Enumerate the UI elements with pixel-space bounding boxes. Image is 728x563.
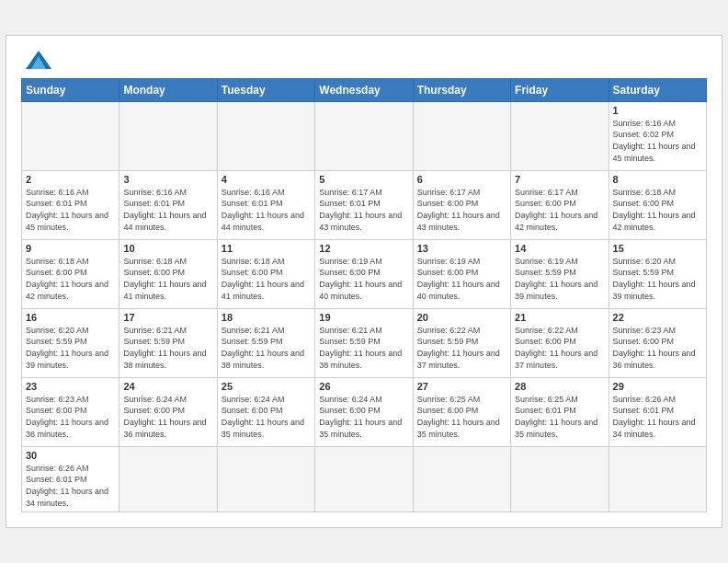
calendar-week-row: 9Sunrise: 6:18 AM Sunset: 6:00 PM Daylig… [22,239,707,308]
day-number: 25 [222,381,311,392]
day-number: 12 [319,243,408,254]
calendar-cell [315,101,413,170]
day-info: Sunrise: 6:16 AM Sunset: 6:01 PM Dayligh… [222,187,311,233]
day-number: 4 [222,174,311,185]
calendar-cell [413,101,510,170]
day-number: 21 [515,312,604,323]
day-number: 28 [515,381,604,392]
calendar-cell: 27Sunrise: 6:25 AM Sunset: 6:00 PM Dayli… [413,377,510,446]
day-number: 15 [613,243,702,254]
day-info: Sunrise: 6:26 AM Sunset: 6:01 PM Dayligh… [26,463,115,509]
day-number: 27 [417,381,506,392]
day-number: 10 [123,243,212,254]
calendar-cell: 3Sunrise: 6:16 AM Sunset: 6:01 PM Daylig… [119,170,217,239]
day-number: 2 [26,174,115,185]
calendar-cell: 20Sunrise: 6:22 AM Sunset: 5:59 PM Dayli… [413,308,510,377]
calendar-cell: 2Sunrise: 6:16 AM Sunset: 6:01 PM Daylig… [22,170,119,239]
day-info: Sunrise: 6:17 AM Sunset: 6:00 PM Dayligh… [515,187,604,233]
calendar-cell: 29Sunrise: 6:26 AM Sunset: 6:01 PM Dayli… [609,377,706,446]
calendar-table: SundayMondayTuesdayWednesdayThursdayFrid… [21,78,707,512]
calendar-header-row: SundayMondayTuesdayWednesdayThursdayFrid… [22,78,707,101]
day-info: Sunrise: 6:20 AM Sunset: 5:59 PM Dayligh… [613,256,702,302]
day-number: 20 [417,312,506,323]
day-info: Sunrise: 6:24 AM Sunset: 6:00 PM Dayligh… [123,394,212,440]
day-number: 16 [26,312,115,323]
calendar-cell: 30Sunrise: 6:26 AM Sunset: 6:01 PM Dayli… [22,446,119,511]
day-number: 29 [613,381,702,392]
calendar-week-row: 16Sunrise: 6:20 AM Sunset: 5:59 PM Dayli… [22,308,707,377]
calendar-cell: 15Sunrise: 6:20 AM Sunset: 5:59 PM Dayli… [609,239,706,308]
header [21,51,707,69]
calendar-cell: 23Sunrise: 6:23 AM Sunset: 6:00 PM Dayli… [22,377,119,446]
day-info: Sunrise: 6:21 AM Sunset: 5:59 PM Dayligh… [319,325,408,371]
day-info: Sunrise: 6:24 AM Sunset: 6:00 PM Dayligh… [222,394,311,440]
day-info: Sunrise: 6:18 AM Sunset: 6:00 PM Dayligh… [123,256,212,302]
day-info: Sunrise: 6:23 AM Sunset: 6:00 PM Dayligh… [613,325,702,371]
day-info: Sunrise: 6:18 AM Sunset: 6:00 PM Dayligh… [613,187,702,233]
calendar-week-row: 23Sunrise: 6:23 AM Sunset: 6:00 PM Dayli… [22,377,707,446]
day-number: 1 [613,105,702,116]
day-info: Sunrise: 6:26 AM Sunset: 6:01 PM Dayligh… [613,394,702,440]
calendar-cell: 25Sunrise: 6:24 AM Sunset: 6:00 PM Dayli… [217,377,314,446]
day-number: 11 [222,243,311,254]
day-info: Sunrise: 6:16 AM Sunset: 6:01 PM Dayligh… [26,187,115,233]
calendar-cell [217,101,314,170]
day-number: 8 [613,174,702,185]
day-number: 13 [417,243,506,254]
calendar-cell: 13Sunrise: 6:19 AM Sunset: 6:00 PM Dayli… [413,239,510,308]
calendar-day-header: Thursday [413,78,510,101]
day-number: 30 [26,450,115,461]
calendar-cell [511,101,609,170]
day-number: 14 [515,243,604,254]
calendar-cell: 22Sunrise: 6:23 AM Sunset: 6:00 PM Dayli… [609,308,706,377]
day-info: Sunrise: 6:24 AM Sunset: 6:00 PM Dayligh… [319,394,408,440]
calendar-day-header: Monday [119,78,217,101]
day-info: Sunrise: 6:19 AM Sunset: 5:59 PM Dayligh… [515,256,604,302]
calendar-cell: 1Sunrise: 6:16 AM Sunset: 6:02 PM Daylig… [609,101,706,170]
calendar-day-header: Wednesday [315,78,413,101]
calendar-week-row: 2Sunrise: 6:16 AM Sunset: 6:01 PM Daylig… [22,170,707,239]
day-number: 5 [319,174,408,185]
day-info: Sunrise: 6:16 AM Sunset: 6:02 PM Dayligh… [613,118,702,164]
calendar-cell: 9Sunrise: 6:18 AM Sunset: 6:00 PM Daylig… [22,239,119,308]
calendar-cell: 28Sunrise: 6:25 AM Sunset: 6:01 PM Dayli… [511,377,609,446]
page: SundayMondayTuesdayWednesdayThursdayFrid… [6,35,722,528]
day-info: Sunrise: 6:17 AM Sunset: 6:00 PM Dayligh… [417,187,506,233]
calendar-cell: 17Sunrise: 6:21 AM Sunset: 5:59 PM Dayli… [119,308,217,377]
day-info: Sunrise: 6:21 AM Sunset: 5:59 PM Dayligh… [123,325,212,371]
calendar-cell: 11Sunrise: 6:18 AM Sunset: 6:00 PM Dayli… [217,239,314,308]
day-number: 17 [123,312,212,323]
calendar-day-header: Friday [511,78,609,101]
calendar-day-header: Tuesday [217,78,314,101]
day-number: 3 [123,174,212,185]
calendar-cell: 14Sunrise: 6:19 AM Sunset: 5:59 PM Dayli… [511,239,609,308]
day-info: Sunrise: 6:20 AM Sunset: 5:59 PM Dayligh… [26,325,115,371]
calendar-cell: 24Sunrise: 6:24 AM Sunset: 6:00 PM Dayli… [119,377,217,446]
calendar-cell [22,101,119,170]
calendar-cell [413,446,510,511]
calendar-cell: 21Sunrise: 6:22 AM Sunset: 6:00 PM Dayli… [511,308,609,377]
logo [21,51,53,69]
calendar-cell: 7Sunrise: 6:17 AM Sunset: 6:00 PM Daylig… [511,170,609,239]
day-info: Sunrise: 6:25 AM Sunset: 6:01 PM Dayligh… [515,394,604,440]
day-info: Sunrise: 6:17 AM Sunset: 6:01 PM Dayligh… [319,187,408,233]
calendar-cell: 4Sunrise: 6:16 AM Sunset: 6:01 PM Daylig… [217,170,314,239]
day-info: Sunrise: 6:23 AM Sunset: 6:00 PM Dayligh… [26,394,115,440]
day-info: Sunrise: 6:22 AM Sunset: 6:00 PM Dayligh… [515,325,604,371]
logo-area [21,51,53,69]
calendar-cell [119,446,217,511]
day-info: Sunrise: 6:16 AM Sunset: 6:01 PM Dayligh… [123,187,212,233]
day-number: 24 [123,381,212,392]
day-number: 19 [319,312,408,323]
calendar-cell: 6Sunrise: 6:17 AM Sunset: 6:00 PM Daylig… [413,170,510,239]
day-number: 22 [613,312,702,323]
day-info: Sunrise: 6:18 AM Sunset: 6:00 PM Dayligh… [26,256,115,302]
calendar-cell [315,446,413,511]
day-info: Sunrise: 6:25 AM Sunset: 6:00 PM Dayligh… [417,394,506,440]
calendar-cell: 18Sunrise: 6:21 AM Sunset: 5:59 PM Dayli… [217,308,314,377]
day-number: 9 [26,243,115,254]
calendar-cell: 10Sunrise: 6:18 AM Sunset: 6:00 PM Dayli… [119,239,217,308]
calendar-week-row: 1Sunrise: 6:16 AM Sunset: 6:02 PM Daylig… [22,101,707,170]
day-info: Sunrise: 6:18 AM Sunset: 6:00 PM Dayligh… [222,256,311,302]
calendar-week-row: 30Sunrise: 6:26 AM Sunset: 6:01 PM Dayli… [22,446,707,511]
